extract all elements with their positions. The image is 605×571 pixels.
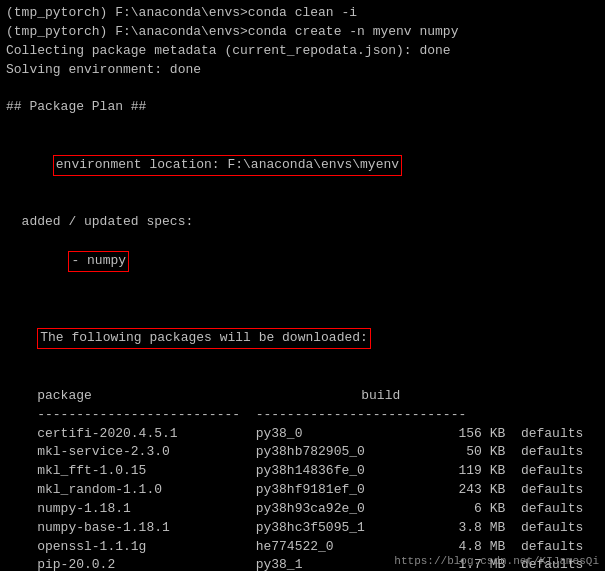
blank-2 [6,117,599,136]
table-row: numpy-base-1.18.1 py38hc3f5095_1 3.8 MB … [6,519,599,538]
terminal-window: (tmp_pytorch) F:\anaconda\envs>conda cle… [0,0,605,571]
numpy-spec-box: - numpy [68,251,129,272]
blank-1 [6,79,599,98]
env-location-box: environment location: F:\anaconda\envs\m… [53,155,402,176]
cmd-line-2: (tmp_pytorch) F:\anaconda\envs>conda cre… [6,23,599,42]
table-row: mkl_random-1.1.0 py38hf9181ef_0 243 KB d… [6,481,599,500]
env-location-line: environment location: F:\anaconda\envs\m… [6,136,599,195]
table-row: numpy-1.18.1 py38h93ca92e_0 6 KB default… [6,500,599,519]
table-row: mkl-service-2.3.0 py38hb782905_0 50 KB d… [6,443,599,462]
solving-line: Solving environment: done [6,61,599,80]
table-divider: -------------------------- -------------… [6,406,599,425]
download-header-box: The following packages will be downloade… [37,328,371,349]
table-row: mkl_fft-1.0.15 py38h14836fe_0 119 KB def… [6,462,599,481]
table-header: package build [6,387,599,406]
numpy-spec-line: - numpy [6,232,599,291]
plan-header: ## Package Plan ## [6,98,599,117]
table-row: certifi-2020.4.5.1 py38_0 156 KB default… [6,425,599,444]
package-table: certifi-2020.4.5.1 py38_0 156 KB default… [6,425,599,571]
cmd-line-1: (tmp_pytorch) F:\anaconda\envs>conda cle… [6,4,599,23]
watermark: https://blog.csdn.net/KIJamesQi [394,555,599,567]
blank-5 [6,368,599,387]
blank-3 [6,194,599,213]
collect-line: Collecting package metadata (current_rep… [6,42,599,61]
added-specs-label: added / updated specs: [6,213,599,232]
blank-4 [6,291,599,310]
download-header-line: The following packages will be downloade… [6,310,599,369]
table-row: openssl-1.1.1g he774522_0 4.8 MB default… [6,538,599,557]
